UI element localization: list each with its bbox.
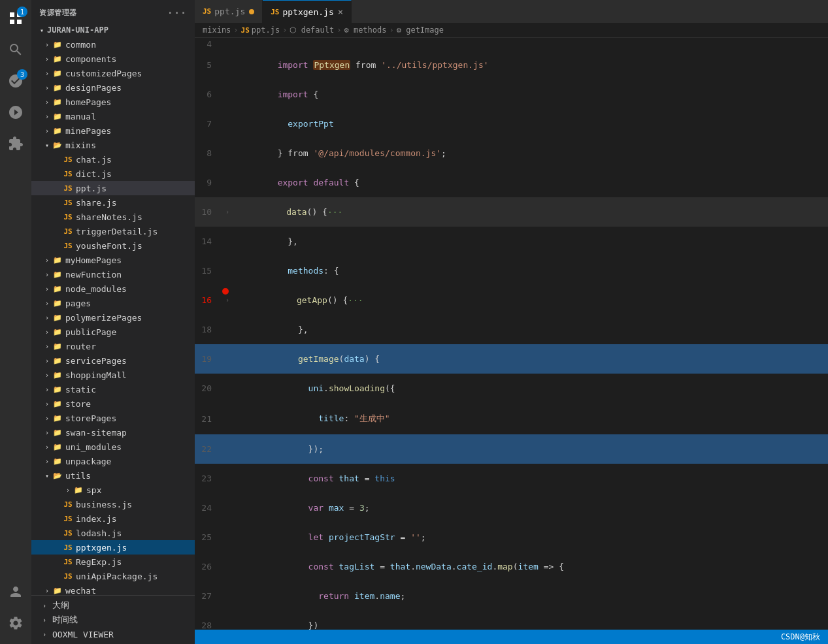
- code-line-28: 28 }): [195, 611, 828, 630]
- tab-js-icon: JS: [271, 8, 279, 16]
- folder-mixins[interactable]: 📂 mixins: [31, 138, 195, 152]
- folder-open-icon: 📂: [52, 140, 63, 150]
- file-share[interactable]: JS share.js: [31, 195, 195, 210]
- main-editor: JS ppt.js JS pptxgen.js × mixins › JSppt…: [195, 0, 828, 644]
- folder-storePages[interactable]: 📁 storePages: [31, 411, 195, 425]
- project-name: JURAN-UNI-APP: [47, 25, 108, 35]
- account-icon[interactable]: [0, 576, 31, 607]
- folder-icon: 📁: [52, 97, 63, 107]
- breadcrumb-methods[interactable]: ⚙ methods: [344, 25, 386, 35]
- folder-icon: 📁: [52, 269, 63, 280]
- tab-ppt[interactable]: JS ppt.js: [195, 0, 263, 23]
- footer-outline[interactable]: 大纲: [31, 598, 195, 613]
- folder-myHomePages[interactable]: 📁 myHomePages: [31, 253, 195, 267]
- breadcrumb-file[interactable]: JSppt.js: [241, 25, 280, 35]
- folder-icon: 📁: [52, 341, 63, 351]
- code-line-16: 16 › getApp() {···: [195, 285, 828, 315]
- folder-newFunction[interactable]: 📁 newFunction: [31, 267, 195, 282]
- tab-close-icon[interactable]: ×: [338, 7, 343, 16]
- file-ppt[interactable]: JS ppt.js: [31, 181, 195, 195]
- breadcrumb-mixins[interactable]: mixins: [203, 25, 231, 35]
- tab-label: pptxgen.js: [282, 7, 333, 17]
- folder-store[interactable]: 📁 store: [31, 396, 195, 411]
- folder-icon: 📁: [52, 398, 63, 409]
- explorer-icon[interactable]: 1: [0, 3, 31, 34]
- sidebar-menu-icon[interactable]: ···: [167, 7, 187, 19]
- file-business[interactable]: JS business.js: [31, 497, 195, 511]
- tab-js-icon: JS: [203, 7, 211, 16]
- folder-wechat[interactable]: 📁 wechat: [31, 583, 195, 595]
- activity-badge: 1: [17, 7, 27, 17]
- folder-icon: 📁: [52, 413, 63, 423]
- code-line-27: 27 return item.name;: [195, 581, 828, 611]
- folder-utils[interactable]: 📂 utils: [31, 468, 195, 483]
- folder-icon: 📁: [52, 327, 63, 337]
- folder-static[interactable]: 📁 static: [31, 382, 195, 396]
- breadcrumb-getImage[interactable]: ⚙ getImage: [397, 25, 444, 35]
- file-index[interactable]: JS index.js: [31, 511, 195, 526]
- code-line-21: 21 title: "生成中": [195, 403, 828, 434]
- folder-components[interactable]: 📁 components: [31, 52, 195, 66]
- folder-servicePages[interactable]: 📁 servicePages: [31, 353, 195, 368]
- settings-icon[interactable]: [0, 607, 31, 639]
- folder-homePages[interactable]: 📁 homePages: [31, 95, 195, 109]
- folder-swan-sitemap[interactable]: 📁 swan-sitemap: [31, 425, 195, 440]
- file-regexp[interactable]: JS RegExp.js: [31, 555, 195, 569]
- folder-common[interactable]: 📁 common: [31, 37, 195, 52]
- folder-router[interactable]: 📁 router: [31, 339, 195, 353]
- folder-icon: 📁: [52, 125, 63, 136]
- file-chat[interactable]: JS chat.js: [31, 152, 195, 167]
- js-icon: JS: [63, 226, 73, 236]
- folder-icon: 📁: [52, 39, 63, 50]
- folder-icon: 📁: [52, 68, 63, 78]
- folder-unpackage[interactable]: 📁 unpackage: [31, 454, 195, 468]
- folder-pages[interactable]: 📁 pages: [31, 296, 195, 310]
- js-icon: JS: [63, 240, 73, 251]
- file-yousheFont[interactable]: JS yousheFont.js: [31, 238, 195, 253]
- footer-ooxml[interactable]: OOXML VIEWER: [31, 627, 195, 641]
- folder-minePages[interactable]: 📁 minePages: [31, 123, 195, 138]
- folder-uni_modules[interactable]: 📁 uni_modules: [31, 440, 195, 454]
- folder-icon: 📁: [52, 298, 63, 308]
- folder-icon: 📁: [52, 255, 63, 265]
- folder-polymerizePages[interactable]: 📁 polymerizePages: [31, 310, 195, 325]
- git-activity-icon[interactable]: 3: [0, 65, 31, 97]
- folder-icon: 📁: [52, 427, 63, 438]
- sidebar-title: 资源管理器 ···: [31, 0, 195, 23]
- folder-icon: 📁: [52, 312, 63, 323]
- folder-manual[interactable]: 📁 manual: [31, 109, 195, 123]
- run-activity-icon[interactable]: [0, 97, 31, 128]
- file-triggerDetail[interactable]: JS triggerDetail.js: [31, 224, 195, 238]
- js-icon: JS: [63, 556, 73, 567]
- search-activity-icon[interactable]: [0, 34, 31, 65]
- file-pptxgen[interactable]: JS pptxgen.js: [31, 540, 195, 555]
- js-icon: JS: [63, 499, 73, 509]
- folder-designPages[interactable]: 📁 designPages: [31, 80, 195, 95]
- folder-icon: 📁: [52, 456, 63, 466]
- footer-timeline[interactable]: 时间线: [31, 613, 195, 627]
- file-shareNotes[interactable]: JS shareNotes.js: [31, 210, 195, 224]
- file-tree: JURAN-UNI-APP 📁 common 📁 components 📁 cu…: [31, 23, 195, 595]
- activity-bar: 1 3: [0, 0, 31, 644]
- folder-node_modules[interactable]: 📁 node_modules: [31, 282, 195, 296]
- breadcrumb-default[interactable]: ⬡ default: [290, 25, 334, 35]
- code-editor[interactable]: 4 5 import Pptxgen from '../utils/pptxge…: [195, 38, 828, 630]
- folder-spx[interactable]: 📁 spx: [31, 483, 195, 497]
- status-annotation: CSDN@知秋: [781, 632, 820, 643]
- extensions-activity-icon[interactable]: [0, 128, 31, 159]
- tab-pptxgen[interactable]: JS pptxgen.js ×: [263, 0, 352, 23]
- code-line-7: 7 exportPpt: [195, 109, 828, 138]
- folder-publicPage[interactable]: 📁 publicPage: [31, 325, 195, 339]
- code-line-25: 25 let projectTagStr = '';: [195, 523, 828, 552]
- code-line-14: 14 },: [195, 227, 828, 256]
- file-lodash[interactable]: JS lodash.js: [31, 526, 195, 540]
- folder-icon: 📁: [52, 355, 63, 366]
- folder-shoppingMall[interactable]: 📁 shoppingMall: [31, 368, 195, 382]
- folder-icon: 📁: [52, 442, 63, 452]
- js-icon: JS: [63, 212, 73, 222]
- folder-customizedPages[interactable]: 📁 customizedPages: [31, 66, 195, 80]
- project-root[interactable]: JURAN-UNI-APP: [31, 23, 195, 37]
- file-uniApiPackage[interactable]: JS uniApiPackage.js: [31, 569, 195, 583]
- folder-icon: 📁: [52, 370, 63, 380]
- file-dict[interactable]: JS dict.js: [31, 167, 195, 181]
